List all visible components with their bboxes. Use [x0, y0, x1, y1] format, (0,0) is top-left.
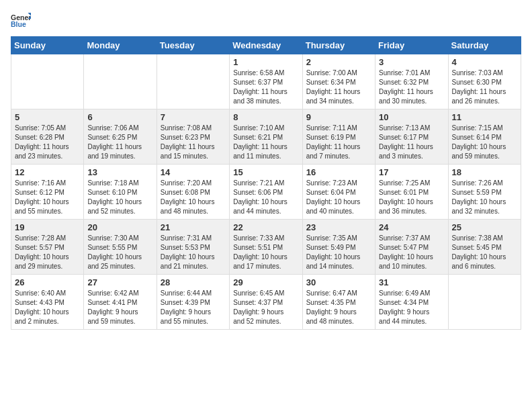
day-info: Sunrise: 7:31 AM Sunset: 5:53 PM Dayligh…: [161, 234, 226, 271]
day-info: Sunrise: 7:01 AM Sunset: 6:32 PM Dayligh…: [379, 68, 444, 106]
day-info: Sunrise: 6:58 AM Sunset: 6:37 PM Dayligh…: [233, 68, 298, 106]
day-info: Sunrise: 7:06 AM Sunset: 6:25 PM Dayligh…: [87, 124, 152, 161]
day-info: Sunrise: 6:40 AM Sunset: 4:43 PM Dayligh…: [15, 289, 80, 326]
weekday-header-wednesday: Wednesday: [230, 37, 302, 54]
day-number: 1: [233, 57, 298, 67]
calendar-cell: 26Sunrise: 6:40 AM Sunset: 4:43 PM Dayli…: [11, 275, 84, 330]
calendar-cell: 24Sunrise: 7:37 AM Sunset: 5:47 PM Dayli…: [375, 220, 448, 275]
day-number: 29: [233, 277, 298, 287]
day-number: 7: [161, 112, 226, 122]
day-info: Sunrise: 7:08 AM Sunset: 6:23 PM Dayligh…: [161, 124, 226, 161]
day-number: 14: [161, 167, 226, 177]
calendar-table: SundayMondayTuesdayWednesdayThursdayFrid…: [11, 36, 521, 330]
calendar-cell: 2Sunrise: 7:00 AM Sunset: 6:34 PM Daylig…: [302, 54, 375, 109]
day-number: 16: [306, 167, 371, 177]
day-info: Sunrise: 7:26 AM Sunset: 5:59 PM Dayligh…: [452, 179, 517, 216]
day-number: 13: [87, 167, 152, 177]
day-number: 11: [452, 112, 517, 122]
calendar-cell: 27Sunrise: 6:42 AM Sunset: 4:41 PM Dayli…: [84, 275, 157, 330]
day-info: Sunrise: 7:28 AM Sunset: 5:57 PM Dayligh…: [15, 234, 80, 271]
calendar-cell: 5Sunrise: 7:05 AM Sunset: 6:28 PM Daylig…: [11, 109, 84, 165]
day-info: Sunrise: 7:03 AM Sunset: 6:30 PM Dayligh…: [452, 68, 517, 106]
day-number: 22: [233, 222, 298, 232]
svg-text:Blue: Blue: [11, 20, 26, 28]
calendar-header-row: SundayMondayTuesdayWednesdayThursdayFrid…: [11, 37, 521, 54]
calendar-week-5: 26Sunrise: 6:40 AM Sunset: 4:43 PM Dayli…: [11, 275, 521, 330]
calendar-cell: 12Sunrise: 7:16 AM Sunset: 6:12 PM Dayli…: [11, 165, 84, 220]
calendar-cell: [84, 54, 157, 109]
calendar-week-1: 1Sunrise: 6:58 AM Sunset: 6:37 PM Daylig…: [11, 54, 521, 109]
calendar-week-2: 5Sunrise: 7:05 AM Sunset: 6:28 PM Daylig…: [11, 109, 521, 165]
day-number: 2: [306, 57, 371, 67]
calendar-cell: 16Sunrise: 7:23 AM Sunset: 6:04 PM Dayli…: [302, 165, 375, 220]
day-info: Sunrise: 6:45 AM Sunset: 4:37 PM Dayligh…: [233, 289, 298, 326]
calendar-cell: 31Sunrise: 6:49 AM Sunset: 4:34 PM Dayli…: [375, 275, 448, 330]
calendar-cell: 14Sunrise: 7:20 AM Sunset: 6:08 PM Dayli…: [157, 165, 229, 220]
day-number: 9: [306, 112, 371, 122]
day-info: Sunrise: 7:38 AM Sunset: 5:45 PM Dayligh…: [452, 234, 517, 271]
day-info: Sunrise: 7:37 AM Sunset: 5:47 PM Dayligh…: [379, 234, 444, 271]
day-number: 18: [452, 167, 517, 177]
page-header: General Blue: [11, 11, 521, 31]
day-number: 25: [452, 222, 517, 232]
logo: General Blue: [11, 11, 34, 31]
calendar-cell: 6Sunrise: 7:06 AM Sunset: 6:25 PM Daylig…: [84, 109, 157, 165]
day-info: Sunrise: 6:49 AM Sunset: 4:34 PM Dayligh…: [379, 289, 444, 326]
day-info: Sunrise: 7:15 AM Sunset: 6:14 PM Dayligh…: [452, 124, 517, 161]
day-number: 30: [306, 277, 371, 287]
day-info: Sunrise: 7:33 AM Sunset: 5:51 PM Dayligh…: [233, 234, 298, 271]
calendar-cell: 11Sunrise: 7:15 AM Sunset: 6:14 PM Dayli…: [448, 109, 521, 165]
weekday-header-sunday: Sunday: [11, 37, 84, 54]
calendar-cell: [157, 54, 229, 109]
calendar-cell: 1Sunrise: 6:58 AM Sunset: 6:37 PM Daylig…: [230, 54, 302, 109]
calendar-cell: 3Sunrise: 7:01 AM Sunset: 6:32 PM Daylig…: [375, 54, 448, 109]
calendar-cell: 29Sunrise: 6:45 AM Sunset: 4:37 PM Dayli…: [230, 275, 302, 330]
calendar-cell: 4Sunrise: 7:03 AM Sunset: 6:30 PM Daylig…: [448, 54, 521, 109]
day-number: 8: [233, 112, 298, 122]
day-info: Sunrise: 7:35 AM Sunset: 5:49 PM Dayligh…: [306, 234, 371, 271]
calendar-cell: 17Sunrise: 7:25 AM Sunset: 6:01 PM Dayli…: [375, 165, 448, 220]
day-info: Sunrise: 7:18 AM Sunset: 6:10 PM Dayligh…: [87, 179, 152, 216]
calendar-cell: [11, 54, 84, 109]
calendar-week-3: 12Sunrise: 7:16 AM Sunset: 6:12 PM Dayli…: [11, 165, 521, 220]
day-info: Sunrise: 7:21 AM Sunset: 6:06 PM Dayligh…: [233, 179, 298, 216]
day-info: Sunrise: 7:05 AM Sunset: 6:28 PM Dayligh…: [15, 124, 80, 161]
day-number: 12: [15, 167, 80, 177]
day-info: Sunrise: 7:13 AM Sunset: 6:17 PM Dayligh…: [379, 124, 444, 161]
weekday-header-monday: Monday: [84, 37, 157, 54]
day-info: Sunrise: 7:30 AM Sunset: 5:55 PM Dayligh…: [87, 234, 152, 271]
day-info: Sunrise: 6:42 AM Sunset: 4:41 PM Dayligh…: [87, 289, 152, 326]
day-info: Sunrise: 6:47 AM Sunset: 4:35 PM Dayligh…: [306, 289, 371, 326]
calendar-cell: 25Sunrise: 7:38 AM Sunset: 5:45 PM Dayli…: [448, 220, 521, 275]
day-info: Sunrise: 7:25 AM Sunset: 6:01 PM Dayligh…: [379, 179, 444, 216]
calendar-cell: 9Sunrise: 7:11 AM Sunset: 6:19 PM Daylig…: [302, 109, 375, 165]
day-number: 3: [379, 57, 444, 67]
day-number: 17: [379, 167, 444, 177]
calendar-cell: 8Sunrise: 7:10 AM Sunset: 6:21 PM Daylig…: [230, 109, 302, 165]
day-info: Sunrise: 7:23 AM Sunset: 6:04 PM Dayligh…: [306, 179, 371, 216]
day-info: Sunrise: 6:44 AM Sunset: 4:39 PM Dayligh…: [161, 289, 226, 326]
logo-icon: General Blue: [11, 11, 31, 31]
day-number: 26: [15, 277, 80, 287]
calendar-cell: 7Sunrise: 7:08 AM Sunset: 6:23 PM Daylig…: [157, 109, 229, 165]
weekday-header-tuesday: Tuesday: [157, 37, 229, 54]
day-number: 5: [15, 112, 80, 122]
day-info: Sunrise: 7:16 AM Sunset: 6:12 PM Dayligh…: [15, 179, 80, 216]
calendar-cell: 21Sunrise: 7:31 AM Sunset: 5:53 PM Dayli…: [157, 220, 229, 275]
day-info: Sunrise: 7:00 AM Sunset: 6:34 PM Dayligh…: [306, 68, 371, 106]
calendar-cell: 28Sunrise: 6:44 AM Sunset: 4:39 PM Dayli…: [157, 275, 229, 330]
calendar-cell: 23Sunrise: 7:35 AM Sunset: 5:49 PM Dayli…: [302, 220, 375, 275]
day-number: 27: [87, 277, 152, 287]
calendar-cell: 18Sunrise: 7:26 AM Sunset: 5:59 PM Dayli…: [448, 165, 521, 220]
day-number: 31: [379, 277, 444, 287]
calendar-cell: 10Sunrise: 7:13 AM Sunset: 6:17 PM Dayli…: [375, 109, 448, 165]
day-number: 20: [87, 222, 152, 232]
calendar-cell: 13Sunrise: 7:18 AM Sunset: 6:10 PM Dayli…: [84, 165, 157, 220]
calendar-cell: 20Sunrise: 7:30 AM Sunset: 5:55 PM Dayli…: [84, 220, 157, 275]
day-number: 19: [15, 222, 80, 232]
day-number: 24: [379, 222, 444, 232]
day-number: 23: [306, 222, 371, 232]
calendar-cell: 30Sunrise: 6:47 AM Sunset: 4:35 PM Dayli…: [302, 275, 375, 330]
day-number: 4: [452, 57, 517, 67]
day-number: 6: [87, 112, 152, 122]
